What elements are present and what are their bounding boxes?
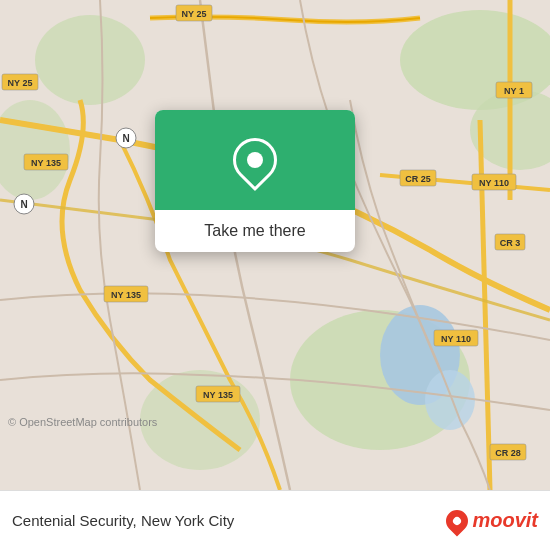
svg-text:NY 25: NY 25 xyxy=(8,78,33,88)
svg-point-5 xyxy=(35,15,145,105)
map-copyright: © OpenStreetMap contributors xyxy=(8,416,157,428)
location-pin-icon xyxy=(224,129,286,191)
svg-text:N: N xyxy=(20,199,27,210)
svg-text:NY 1: NY 1 xyxy=(504,86,524,96)
svg-text:CR 28: CR 28 xyxy=(495,448,521,458)
svg-text:CR 25: CR 25 xyxy=(405,174,431,184)
moovit-logo[interactable]: moovit xyxy=(446,509,538,532)
location-title: Centenial Security, New York City xyxy=(12,512,446,529)
svg-text:NY 110: NY 110 xyxy=(479,178,509,188)
svg-text:NY 25: NY 25 xyxy=(182,9,207,19)
popup-card[interactable]: Take me there xyxy=(155,110,355,252)
moovit-brand-text: moovit xyxy=(472,509,538,532)
popup-green-header xyxy=(155,110,355,210)
popup-label[interactable]: Take me there xyxy=(155,210,355,252)
map-container: NY 25 NY 25 NY 135 NY 135 NY 135 NY 1 NY… xyxy=(0,0,550,490)
bottom-bar: Centenial Security, New York City moovit xyxy=(0,490,550,550)
svg-text:NY 135: NY 135 xyxy=(31,158,61,168)
moovit-pin-icon xyxy=(442,505,473,536)
svg-text:NY 135: NY 135 xyxy=(111,290,141,300)
svg-point-8 xyxy=(425,370,475,430)
svg-text:CR 3: CR 3 xyxy=(500,238,521,248)
svg-text:NY 135: NY 135 xyxy=(203,390,233,400)
svg-text:N: N xyxy=(122,133,129,144)
svg-text:NY 110: NY 110 xyxy=(441,334,471,344)
